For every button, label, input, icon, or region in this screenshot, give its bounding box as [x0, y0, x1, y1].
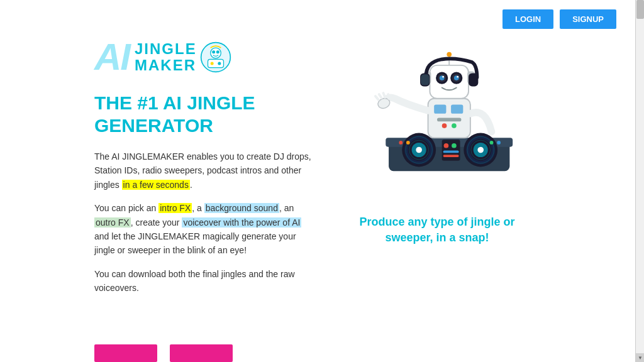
- svg-rect-35: [437, 118, 461, 122]
- description-para1: The AI JINGLEMAKER enables you to create…: [94, 150, 314, 192]
- scrollbar-down-arrow[interactable]: ▼: [636, 353, 644, 362]
- svg-point-31: [497, 141, 501, 145]
- caption-line2: sweeper, in a snap!: [385, 231, 489, 244]
- svg-point-13: [416, 147, 422, 153]
- heading-line2: GENERATOR: [94, 115, 213, 136]
- scrollbar-thumb[interactable]: [636, 0, 644, 19]
- logo-ai-text: AI: [94, 38, 130, 76]
- login-button[interactable]: LOGIN: [502, 9, 553, 29]
- svg-rect-53: [421, 74, 429, 85]
- svg-rect-52: [469, 73, 478, 86]
- highlight-intro-fx: intro FX: [158, 203, 192, 213]
- left-section: AI JINGLE MAKER THE #1 AI JINGLE GENERAT: [94, 38, 314, 305]
- logo-text: JINGLE MAKER: [135, 41, 197, 74]
- svg-line-58: [388, 94, 389, 99]
- highlight-voiceover: voiceover with the power of AI: [182, 217, 301, 228]
- svg-point-20: [477, 147, 484, 153]
- logo-robot-icon: [200, 41, 231, 73]
- desc-p3-text: You can download both the final jingles …: [94, 269, 295, 293]
- right-section: Produce any type of jingle or sweeper, i…: [314, 38, 547, 305]
- desc-p2-mid2: , an: [279, 203, 294, 213]
- svg-line-55: [375, 96, 379, 100]
- desc-p1-end: .: [190, 180, 192, 190]
- svg-point-29: [406, 141, 410, 145]
- cta-button-1[interactable]: [94, 344, 157, 362]
- desc-p2-end: and let the JINGLEMAKER magically genera…: [94, 231, 296, 255]
- svg-point-25: [452, 143, 457, 148]
- svg-point-6: [218, 62, 221, 65]
- svg-point-2: [212, 50, 215, 53]
- main-content: AI JINGLE MAKER THE #1 AI JINGLE GENERAT: [0, 38, 635, 305]
- desc-p2-start: You can pick an: [94, 203, 158, 213]
- svg-point-28: [399, 141, 402, 145]
- description-para2: You can pick an intro FX, a background s…: [94, 201, 314, 258]
- cta-button-2[interactable]: [170, 344, 233, 362]
- logo-jingle: JINGLE: [135, 41, 197, 57]
- svg-point-37: [452, 123, 457, 128]
- svg-rect-4: [208, 59, 223, 67]
- highlight-outro-fx: outro FX: [94, 217, 131, 228]
- header-buttons: LOGIN SIGNUP: [502, 9, 616, 29]
- svg-point-30: [490, 141, 494, 145]
- svg-point-5: [210, 62, 213, 65]
- signup-button[interactable]: SIGNUP: [560, 9, 616, 29]
- svg-point-3: [216, 50, 219, 53]
- description-para3: You can download both the final jingles …: [94, 267, 314, 295]
- logo: AI JINGLE MAKER: [94, 38, 314, 76]
- scrollbar[interactable]: ▼: [635, 0, 644, 362]
- highlight-few-seconds: in a few seconds: [122, 180, 190, 190]
- svg-line-56: [379, 94, 382, 98]
- caption-line1: Produce any type of jingle or: [359, 216, 514, 228]
- logo-maker: MAKER: [135, 57, 197, 74]
- desc-p2-mid1: , a: [192, 203, 204, 213]
- svg-point-46: [457, 76, 458, 78]
- main-heading: THE #1 AI JINGLE GENERATOR: [94, 92, 314, 137]
- svg-rect-27: [443, 155, 459, 157]
- svg-rect-33: [434, 104, 446, 113]
- robot-illustration: [349, 32, 525, 208]
- robot-dj-svg: [349, 32, 525, 189]
- svg-rect-26: [443, 150, 459, 153]
- heading-line1: THE #1 AI JINGLE: [94, 92, 255, 113]
- svg-point-1: [210, 48, 221, 58]
- svg-point-45: [442, 76, 444, 78]
- caption: Produce any type of jingle or sweeper, i…: [359, 214, 514, 246]
- svg-rect-34: [451, 104, 463, 113]
- svg-point-36: [442, 123, 447, 128]
- svg-point-50: [447, 52, 452, 57]
- svg-line-57: [383, 93, 385, 97]
- bottom-buttons: [94, 344, 233, 362]
- svg-rect-38: [430, 65, 469, 99]
- header: LOGIN SIGNUP: [0, 0, 635, 38]
- svg-rect-23: [442, 140, 460, 161]
- desc-p2-mid3: , create your: [131, 217, 182, 228]
- svg-point-24: [444, 143, 449, 148]
- highlight-bg-sound: background sound: [204, 203, 279, 213]
